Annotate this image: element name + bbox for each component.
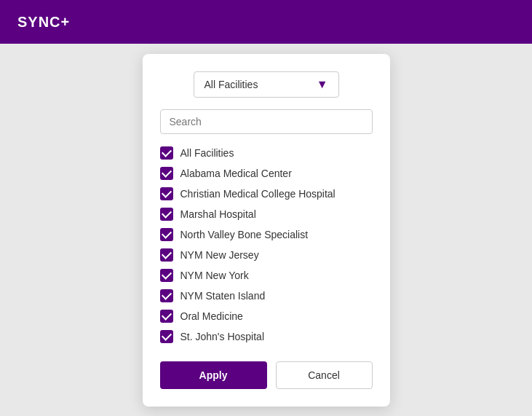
checkbox-icon[interactable] [160,310,173,323]
apply-button[interactable]: Apply [160,361,267,389]
checkbox-icon[interactable] [160,228,173,241]
checkbox-icon[interactable] [160,208,173,221]
search-input[interactable] [160,109,373,134]
facility-label: Alabama Medical Center [180,168,292,179]
facility-label: Oral Medicine [180,310,243,322]
facility-label: North Valley Bone Specialist [180,229,309,240]
checkbox-list: All FacilitiesAlabama Medical CenterChri… [160,143,373,347]
list-item[interactable]: Oral Medicine [160,306,373,326]
list-item[interactable]: NYM New York [160,265,373,286]
list-item[interactable]: Christian Medical College Hospital [160,184,373,204]
checkbox-icon[interactable] [160,248,173,262]
list-item[interactable]: NYM Staten Island [160,286,373,306]
list-item[interactable]: Alabama Medical Center [160,163,373,184]
checkbox-icon[interactable] [160,269,173,282]
dropdown-row: All Facilities ▼ [160,71,373,98]
dropdown-arrow-icon: ▼ [317,78,328,91]
facility-label: St. John's Hospital [180,331,265,342]
list-item[interactable]: St. John's Hospital [160,326,373,347]
checkbox-icon[interactable] [160,187,173,200]
dropdown-selected-label: All Facilities [205,79,258,90]
list-item[interactable]: Marshal Hospital [160,204,373,224]
button-row: Apply Cancel [160,361,373,389]
app-body: All Facilities ▼ All FacilitiesAlabama M… [0,44,532,416]
checkbox-icon[interactable] [160,289,173,302]
checkbox-icon[interactable] [160,167,173,180]
facility-label: Christian Medical College Hospital [180,188,336,200]
checkbox-icon[interactable] [160,146,173,160]
facility-label: NYM New York [180,270,249,281]
search-row [160,109,373,134]
facility-label: NYM New Jersey [180,249,259,261]
app-logo: SYNC+ [17,14,70,31]
checkbox-icon[interactable] [160,330,173,343]
cancel-button[interactable]: Cancel [276,361,373,389]
facility-dropdown[interactable]: All Facilities ▼ [194,71,339,98]
modal: All Facilities ▼ All FacilitiesAlabama M… [143,54,390,407]
list-item[interactable]: North Valley Bone Specialist [160,224,373,245]
facility-label: Marshal Hospital [180,208,256,220]
app-header: SYNC+ [0,0,532,44]
facility-label: NYM Staten Island [180,290,266,302]
list-item[interactable]: All Facilities [160,143,373,163]
list-item[interactable]: NYM New Jersey [160,245,373,265]
facility-label: All Facilities [180,147,234,159]
